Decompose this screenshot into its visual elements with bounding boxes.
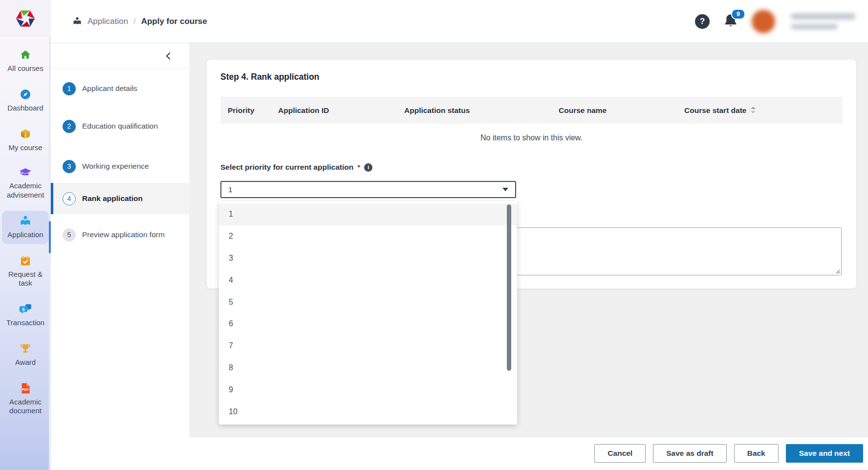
priority-options-list: 1 2 3 4 5 6 7 8 9 10	[219, 203, 517, 423]
required-asterisk: *	[357, 163, 360, 172]
steps-panel-header	[51, 43, 189, 69]
collapse-panel-button[interactable]	[164, 52, 173, 60]
top-header: Application / Apply for course ? 9	[51, 0, 868, 43]
steps-panel: 1 Applicant details 2 Education qualific…	[51, 43, 189, 470]
trophy-icon	[20, 343, 31, 355]
back-button[interactable]: Back	[734, 444, 779, 463]
column-priority: Priority	[228, 97, 254, 124]
step-number-badge: 1	[63, 82, 76, 95]
priority-option-1[interactable]: 1	[219, 203, 517, 225]
breadcrumb-section[interactable]: Application	[87, 17, 128, 26]
priority-field-label-row: Select priority for current application …	[220, 163, 372, 172]
sidebar: All courses Dashboard My course Aca	[0, 0, 51, 470]
column-application-status: Application status	[404, 97, 470, 124]
step-item-education-qualification[interactable]: 2 Education qualification	[51, 112, 189, 141]
main-content: Step 4. Rank application Priority Applic…	[189, 43, 868, 470]
sidebar-item-label: Dashboard	[7, 104, 43, 113]
step-item-applicant-details[interactable]: 1 Applicant details	[51, 76, 189, 101]
priority-option-10[interactable]: 10	[219, 401, 517, 423]
priority-select-value: 1	[228, 185, 233, 194]
user-name-blurred	[791, 13, 855, 29]
sidebar-item-request-task[interactable]: Request & task	[2, 250, 49, 293]
chat-dollar-icon: $	[19, 303, 32, 315]
breadcrumb: Application / Apply for course	[72, 17, 207, 26]
cancel-button[interactable]: Cancel	[594, 444, 646, 463]
resize-handle-icon[interactable]	[835, 269, 840, 274]
pinwheel-logo-icon	[14, 7, 37, 30]
user-role-line	[791, 24, 838, 29]
action-footer: Cancel Save as draft Back Save and next	[189, 436, 868, 470]
step-number-badge: 2	[63, 120, 76, 133]
sidebar-item-my-course[interactable]: My course	[2, 124, 49, 157]
priority-field-label: Select priority for current application	[220, 163, 353, 172]
sidebar-item-award[interactable]: Award	[2, 338, 49, 372]
step-number-badge: 5	[63, 228, 76, 242]
column-course-name: Course name	[559, 97, 607, 124]
graduation-cap-icon	[19, 167, 32, 178]
priority-option-6[interactable]: 6	[219, 313, 517, 335]
priority-option-8[interactable]: 8	[219, 357, 517, 379]
priority-option-2[interactable]: 2	[219, 225, 517, 247]
person-book-icon	[19, 215, 32, 227]
sidebar-item-all-courses[interactable]: All courses	[2, 45, 49, 78]
breadcrumb-separator: /	[133, 17, 135, 26]
application-breadcrumb-icon	[72, 17, 82, 26]
step-item-preview-application-form[interactable]: 5 Preview application form	[51, 218, 189, 251]
step-item-working-experience[interactable]: 3 Working experience	[51, 154, 189, 179]
sort-icon[interactable]	[751, 107, 756, 114]
svg-text:PDF: PDF	[22, 388, 29, 391]
sidebar-item-academic-document[interactable]: PDF Academic document	[2, 378, 49, 421]
sidebar-item-label: Academic advisement	[3, 181, 48, 200]
notification-badge: 9	[731, 9, 745, 20]
sidebar-item-label: All courses	[7, 64, 43, 73]
priority-dropdown-menu: 1 2 3 4 5 6 7 8 9 10	[219, 201, 517, 425]
step-label: Applicant details	[82, 83, 137, 94]
column-application-id: Application ID	[278, 97, 329, 124]
sidebar-item-transaction[interactable]: $ Transaction	[2, 299, 49, 332]
priority-option-9[interactable]: 9	[219, 379, 517, 401]
chevron-left-icon	[164, 52, 173, 60]
sidebar-item-label: Award	[15, 358, 36, 367]
help-icon[interactable]: ?	[695, 14, 710, 29]
step-label: Working experience	[82, 161, 149, 172]
priority-option-5[interactable]: 5	[219, 291, 517, 313]
chevron-down-icon	[502, 188, 508, 191]
step-label: Rank application	[82, 193, 143, 204]
table-empty-message: No items to show in this view.	[220, 124, 843, 152]
column-label: Course start date	[684, 106, 746, 115]
notifications-button[interactable]: 9	[723, 13, 738, 30]
priority-select[interactable]: 1	[220, 181, 516, 198]
column-course-start-date[interactable]: Course start date	[684, 97, 756, 124]
priority-option-3[interactable]: 3	[219, 247, 517, 269]
compass-icon	[20, 89, 31, 100]
avatar[interactable]	[752, 10, 775, 33]
sidebar-scrollbar-track[interactable]	[49, 37, 51, 470]
sidebar-item-dashboard[interactable]: Dashboard	[2, 84, 49, 117]
dropdown-scrollbar-thumb[interactable]	[507, 204, 511, 371]
step-item-rank-application[interactable]: 4 Rank application	[51, 183, 189, 214]
sidebar-scrollbar-thumb[interactable]	[49, 221, 51, 253]
cube-icon	[20, 128, 31, 140]
house-icon	[20, 49, 31, 61]
breadcrumb-current: Apply for course	[141, 17, 207, 26]
info-icon[interactable]: i	[364, 163, 372, 172]
user-name-line	[791, 13, 855, 20]
save-and-next-button[interactable]: Save and next	[786, 444, 863, 463]
sidebar-nav: All courses Dashboard My course Aca	[0, 37, 51, 426]
priority-option-4[interactable]: 4	[219, 269, 517, 291]
header-actions: ? 9	[695, 10, 855, 33]
step-label: Preview application form	[82, 229, 165, 240]
sidebar-item-label: My course	[8, 143, 42, 153]
step-number-badge: 4	[63, 192, 76, 205]
priority-option-7[interactable]: 7	[219, 335, 517, 357]
sidebar-item-academic-advisement[interactable]: Academic advisement	[2, 163, 49, 204]
step-label: Education qualification	[82, 121, 158, 132]
pdf-file-icon: PDF	[20, 382, 31, 394]
sidebar-item-application[interactable]: Application	[2, 211, 49, 244]
app-logo[interactable]	[0, 0, 51, 37]
page-title: Step 4. Rank application	[220, 72, 319, 82]
calendar-check-icon	[20, 255, 31, 267]
save-as-draft-button[interactable]: Save as draft	[653, 444, 727, 463]
sidebar-item-label: Request & task	[3, 270, 48, 289]
sidebar-item-label: Transaction	[6, 318, 44, 328]
